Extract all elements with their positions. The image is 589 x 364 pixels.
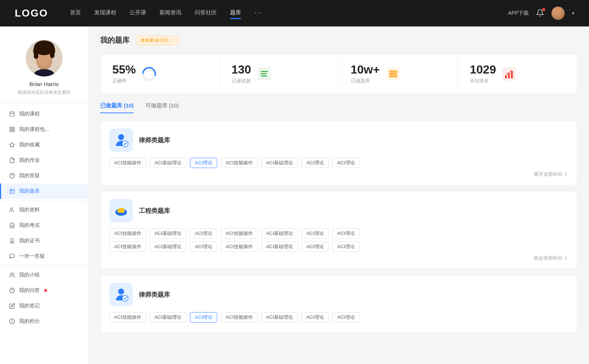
tag-item[interactable]: ACI技能操作 [221, 242, 258, 252]
nav-news[interactable]: 新闻资讯 [159, 9, 181, 18]
menu-course-pkg[interactable]: 我的课程包... [0, 122, 88, 137]
svg-rect-6 [50, 48, 54, 58]
homework-icon [9, 157, 15, 164]
menu-qa[interactable]: 我的答疑 [0, 168, 88, 183]
tag-item[interactable]: ACI理论 [190, 242, 217, 252]
menu-question-bank[interactable]: 我的题库 [0, 183, 88, 199]
tag-item[interactable]: ACI理论 [190, 228, 217, 239]
tab-available-banks[interactable]: 可做题库 (10) [145, 102, 179, 113]
menu-one-on-one[interactable]: 一对一答疑 [0, 249, 88, 264]
tag-item[interactable]: ACI基础理论 [150, 242, 187, 252]
tag-item[interactable]: ACI基础理论 [261, 158, 298, 168]
menu-certificate[interactable]: 我的证书 [0, 233, 88, 249]
notes-icon [9, 303, 15, 309]
bank-card-lawyer-1: 律师类题库 ACI技能操作 ACI基础理论 ACI理论 ACI技能操作 ACI基… [100, 121, 577, 185]
tag-item[interactable]: ACI理论 [301, 312, 329, 322]
profile-icon [9, 207, 15, 213]
notification-bell[interactable] [536, 9, 544, 18]
tag-item[interactable]: ACI基础理论 [150, 158, 187, 168]
tag-item[interactable]: ACI基础理论 [261, 228, 298, 239]
menu-profile[interactable]: 我的资料 [0, 202, 88, 218]
sidebar-menu: 我的课程 我的课程包... 我的收藏 我的作业 [0, 103, 88, 332]
svg-rect-35 [389, 71, 397, 72]
menu-points[interactable]: 我的积分 [0, 314, 88, 329]
nav-links: 首页 发现课程 公开课 新闻资讯 问答社区 题库 ··· [70, 9, 508, 18]
sidebar-profile: Brian Harris 错误的决定比没有决定要好 [0, 26, 88, 103]
svg-marker-14 [10, 142, 14, 147]
bank-card-engineer-title: 工程类题库 [139, 207, 170, 215]
tag-item[interactable]: ACI技能操作 [221, 158, 258, 168]
tag-item[interactable]: ACI技能操作 [109, 158, 146, 168]
expand-link-lawyer-1[interactable]: 展开全部科目 ∨ [109, 171, 568, 178]
stat-done-questions-value: 130 [232, 63, 251, 76]
collapse-link-engineer[interactable]: 收起全部科目 ∧ [109, 255, 568, 261]
stat-done-questions-label: 已做试题 [232, 78, 251, 84]
user-avatar[interactable] [551, 7, 565, 20]
my-qa-icon [9, 287, 15, 294]
svg-point-49 [118, 289, 124, 295]
navbar: LOGO 首页 发现课程 公开课 新闻资讯 问答社区 题库 ··· APP下载 … [0, 0, 589, 26]
tag-item[interactable]: ACI理论 [332, 242, 360, 252]
tab-done-banks[interactable]: 已做题库 (10) [100, 102, 134, 113]
tag-item-active[interactable]: ACI理论 [190, 312, 217, 322]
menu-exam[interactable]: 我的考试 [0, 218, 88, 233]
bank-card-engineer-tags-2: ACI技能操作 ACI基础理论 ACI理论 ACI技能操作 ACI基础理论 AC… [109, 242, 568, 252]
tag-item[interactable]: ACI理论 [301, 158, 329, 168]
qa-notification-dot [44, 289, 47, 292]
tag-item[interactable]: ACI理论 [332, 228, 360, 239]
bank-card-lawyer-2-icon [109, 283, 133, 306]
svg-rect-12 [10, 130, 12, 132]
tag-item[interactable]: ACI基础理论 [261, 312, 298, 322]
tag-item[interactable]: ACI技能操作 [109, 228, 146, 239]
exam-icon [9, 222, 15, 229]
tag-item[interactable]: ACI理论 [301, 242, 329, 252]
tag-item[interactable]: ACI技能操作 [109, 242, 146, 252]
stat-done-banks-value: 10w+ [351, 63, 380, 76]
logo[interactable]: LOGO [15, 7, 48, 19]
tag-item-active[interactable]: ACI理论 [190, 158, 217, 168]
menu-group[interactable]: 我的小组 [0, 267, 88, 283]
tag-item[interactable]: ACI基础理论 [150, 228, 187, 239]
stat-accuracy-label: 正确率 [112, 78, 136, 84]
svg-rect-32 [261, 73, 267, 74]
menu-homework[interactable]: 我的作业 [0, 153, 88, 168]
svg-point-43 [118, 134, 124, 140]
stat-rank-label: 全站排名 [470, 78, 496, 84]
main-layout: Brian Harris 错误的决定比没有决定要好 我的课程 我的课程包... [0, 26, 589, 364]
stat-accuracy-text: 55% 正确率 [112, 63, 136, 84]
bank-card-engineer: 工程类题库 ACI技能操作 ACI基础理论 ACI理论 ACI技能操作 ACI基… [100, 191, 577, 269]
bank-card-engineer-header: 工程类题库 [109, 199, 568, 222]
svg-rect-10 [10, 127, 12, 129]
tag-item[interactable]: ACI理论 [332, 158, 360, 168]
app-download-link[interactable]: APP下载 [508, 10, 529, 17]
stat-done-banks-text: 10w+ 已做题库 [351, 63, 380, 84]
stat-rank-text: 1029 全站排名 [470, 63, 496, 84]
nav-more[interactable]: ··· [254, 9, 262, 18]
nav-home[interactable]: 首页 [70, 9, 81, 18]
tag-item[interactable]: ACI技能操作 [221, 228, 258, 239]
tag-item[interactable]: ACI基础理论 [261, 242, 298, 252]
svg-rect-8 [10, 112, 14, 116]
user-menu-chevron[interactable]: ▾ [572, 11, 574, 16]
nav-qa[interactable]: 问答社区 [195, 9, 217, 18]
nav-open-course[interactable]: 公开课 [130, 9, 146, 18]
nav-question-bank[interactable]: 题库 [230, 9, 241, 18]
menu-my-course[interactable]: 我的课程 [0, 106, 88, 122]
stat-done-questions: 130 已做试题 [220, 54, 339, 93]
tag-item[interactable]: ACI理论 [301, 228, 329, 239]
svg-point-24 [10, 273, 12, 275]
trial-badge: 体验剩余23天！ [135, 36, 179, 45]
menu-notes[interactable]: 我的笔记 [0, 298, 88, 314]
stat-done-questions-text: 130 已做试题 [232, 63, 251, 84]
menu-favorites[interactable]: 我的收藏 [0, 137, 88, 153]
tag-item[interactable]: ACI理论 [332, 312, 360, 322]
tag-item[interactable]: ACI技能操作 [221, 312, 258, 322]
tag-item[interactable]: ACI技能操作 [109, 312, 146, 322]
bank-card-engineer-icon [109, 199, 133, 222]
svg-rect-48 [116, 213, 126, 214]
page-header: 我的题库 体验剩余23天！ [100, 35, 577, 45]
tag-item[interactable]: ACI基础理论 [150, 312, 187, 322]
nav-discover[interactable]: 发现课程 [94, 9, 116, 18]
svg-rect-40 [505, 75, 507, 78]
menu-my-qa[interactable]: 我的问答 [0, 283, 88, 298]
